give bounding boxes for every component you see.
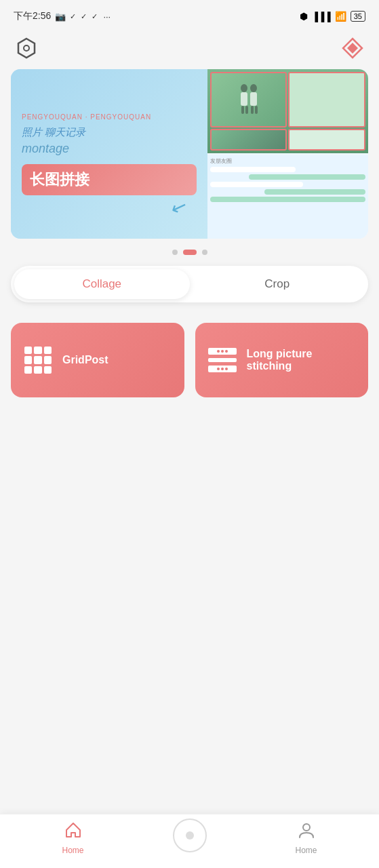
dot-2-active[interactable] bbox=[183, 250, 197, 255]
battery-icon: 35 bbox=[351, 11, 365, 22]
gridpost-card[interactable]: GridPost bbox=[11, 323, 184, 397]
svg-rect-11 bbox=[255, 106, 258, 114]
diamond-icon bbox=[342, 37, 363, 59]
banner-left-content: PENGYOUQUAN · PENGYOUQUAN 照片 聊天记录 montag… bbox=[11, 69, 207, 239]
chat-bubble-3 bbox=[210, 182, 303, 187]
hexagon-button[interactable] bbox=[14, 35, 39, 61]
svg-rect-6 bbox=[241, 92, 247, 106]
stitch-separator bbox=[208, 358, 237, 362]
banner-title-box: 长图拼接 bbox=[22, 164, 197, 195]
banner-arrow: ↙ bbox=[168, 194, 191, 220]
profile-svg-icon bbox=[298, 821, 315, 839]
svg-marker-3 bbox=[347, 43, 358, 54]
grid-cell-6 bbox=[44, 356, 52, 363]
bluetooth-icon: ⬢ bbox=[300, 11, 308, 22]
banner-right-content: 发朋友圈 bbox=[207, 69, 368, 239]
bottom-navigation: Home Home bbox=[0, 814, 379, 868]
promo-banner[interactable]: PENGYOUQUAN · PENGYOUQUAN 照片 聊天记录 montag… bbox=[11, 69, 368, 239]
grid-cell-3 bbox=[44, 347, 52, 354]
grid-cell-8 bbox=[34, 366, 41, 374]
photo-cell-3 bbox=[210, 129, 287, 151]
chat-bubble-2 bbox=[249, 174, 365, 180]
diamond-button[interactable] bbox=[340, 35, 365, 61]
stitch-icon-shape bbox=[208, 348, 237, 372]
status-time: 下午2:56 📷 ✓ ✓ ✓ ··· bbox=[14, 10, 111, 22]
grid-cell-1 bbox=[24, 347, 32, 354]
svg-rect-10 bbox=[251, 106, 254, 114]
long-picture-card[interactable]: Long picture stitching bbox=[195, 323, 369, 397]
stitch-dot-1 bbox=[217, 350, 220, 353]
chat-header: 发朋友圈 bbox=[210, 157, 365, 165]
tab-collage-label: Collage bbox=[82, 277, 121, 290]
center-dot bbox=[186, 831, 194, 840]
photo-cell-1 bbox=[210, 72, 287, 127]
dot-3[interactable] bbox=[202, 250, 207, 255]
tab-crop-label: Crop bbox=[264, 277, 290, 290]
screen-record-icon: 📷 bbox=[55, 12, 66, 22]
tab-crop[interactable]: Crop bbox=[190, 269, 365, 299]
nav-profile[interactable]: Home bbox=[233, 821, 379, 862]
photo-cell-4 bbox=[288, 129, 365, 151]
banner-chat-area: 发朋友圈 bbox=[207, 155, 368, 239]
signal-icon: ▐▐▐ bbox=[312, 12, 331, 22]
check-icons: ✓ ✓ ✓ bbox=[70, 12, 99, 21]
nav-center[interactable] bbox=[146, 818, 233, 865]
home-svg-icon bbox=[64, 821, 82, 839]
center-button[interactable] bbox=[173, 818, 207, 852]
stitch-dot-6 bbox=[225, 368, 228, 370]
gridpost-label: GridPost bbox=[62, 354, 108, 366]
stitch-bar-2 bbox=[208, 366, 237, 372]
stitch-dot-3 bbox=[225, 350, 228, 353]
profile-nav-label: Home bbox=[295, 846, 317, 855]
stitch-dots-2 bbox=[217, 368, 228, 370]
status-bar: 下午2:56 📷 ✓ ✓ ✓ ··· ⬢ ▐▐▐ 📶 35 bbox=[0, 0, 379, 30]
wifi-icon: 📶 bbox=[335, 11, 346, 22]
chat-bubble-1 bbox=[210, 167, 296, 172]
photo-cell-2 bbox=[288, 72, 365, 127]
svg-point-5 bbox=[250, 84, 257, 92]
home-icon bbox=[64, 821, 82, 843]
top-icons-bar bbox=[0, 30, 379, 69]
long-picture-icon bbox=[206, 344, 239, 376]
stitch-dot-4 bbox=[217, 368, 220, 370]
stitch-dots-1 bbox=[217, 350, 228, 353]
hexagon-icon bbox=[16, 37, 37, 59]
long-picture-label: Long picture stitching bbox=[247, 348, 358, 372]
svg-point-4 bbox=[241, 84, 247, 92]
more-icon: ··· bbox=[103, 12, 111, 22]
photo-grid bbox=[207, 69, 368, 153]
dot-1[interactable] bbox=[172, 250, 178, 255]
figure-icon bbox=[235, 83, 262, 117]
tab-switcher: Collage Crop bbox=[11, 266, 368, 302]
svg-rect-7 bbox=[250, 92, 257, 106]
tab-collage[interactable]: Collage bbox=[14, 269, 190, 299]
stitch-dot-5 bbox=[221, 368, 224, 370]
grid-cell-9 bbox=[44, 366, 52, 374]
svg-marker-0 bbox=[18, 39, 35, 58]
grid-cell-4 bbox=[24, 356, 32, 363]
feature-cards: GridPost bbox=[11, 323, 368, 397]
grid-cell-5 bbox=[34, 356, 41, 363]
chat-bubble-5 bbox=[210, 197, 365, 202]
status-right-icons: ⬢ ▐▐▐ 📶 35 bbox=[300, 11, 365, 22]
svg-rect-8 bbox=[241, 106, 244, 114]
nav-home[interactable]: Home bbox=[0, 821, 146, 862]
gridpost-icon bbox=[22, 344, 54, 376]
carousel-dots bbox=[0, 239, 379, 266]
profile-icon bbox=[298, 821, 315, 843]
svg-point-1 bbox=[24, 45, 29, 51]
stitch-dot-2 bbox=[221, 350, 224, 353]
grid-cell-2 bbox=[34, 347, 41, 354]
grid-cell-7 bbox=[24, 366, 32, 374]
banner-tag: PENGYOUQUAN · PENGYOUQUAN bbox=[22, 113, 197, 121]
banner-photo-area bbox=[207, 69, 368, 153]
chat-bubble-4 bbox=[264, 189, 365, 195]
svg-point-12 bbox=[303, 824, 310, 831]
banner-subtitle-chinese: 照片 聊天记录 bbox=[22, 126, 197, 139]
banner-montage: montage bbox=[22, 142, 197, 156]
home-nav-label: Home bbox=[62, 846, 83, 855]
stitch-bar-1 bbox=[208, 348, 237, 355]
banner-title: 长图拼接 bbox=[30, 170, 188, 190]
svg-rect-9 bbox=[245, 106, 248, 114]
time-display: 下午2:56 bbox=[14, 10, 51, 22]
